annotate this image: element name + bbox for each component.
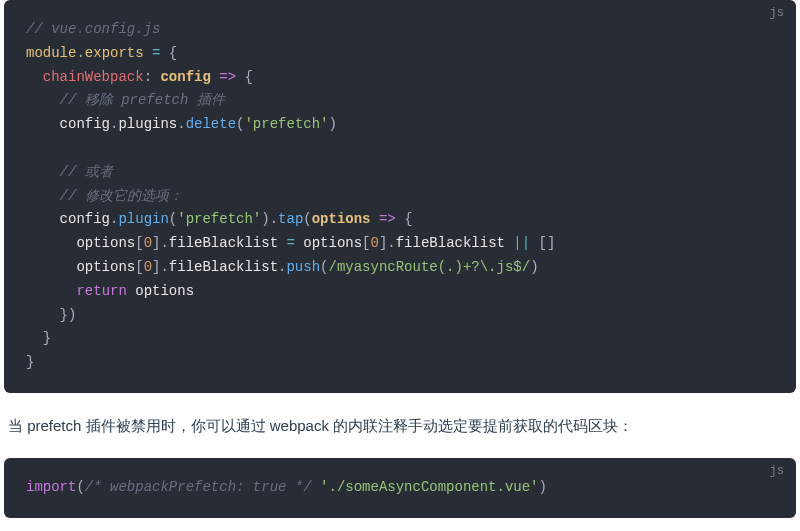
code-token: plugins [118,116,177,132]
code-block-1: js // vue.config.js module.exports = { c… [4,0,796,393]
code-token: options [26,235,135,251]
code-token: fileBlacklist [169,259,278,275]
code-token: ( [76,479,84,495]
code-token: import [26,479,76,495]
code-token: ]. [152,259,169,275]
code-token: => [219,69,236,85]
code-token [312,479,320,495]
code-token: // vue.config.js [26,21,160,37]
code-token [26,330,43,346]
code-token: return [76,283,126,299]
code-token: 'prefetch' [177,211,261,227]
code-token: = [286,235,294,251]
code-token: push [286,259,320,275]
code-token: /* webpackPrefetch: true */ [85,479,312,495]
code-token: fileBlacklist [169,235,287,251]
code-token: => [379,211,396,227]
code-token: }) [60,307,77,323]
code-token: ]. [152,235,169,251]
code-token: plugin [118,211,168,227]
code-token [26,188,60,204]
code-token: // 移除 prefetch 插件 [60,92,225,108]
code-token: [ [135,259,143,275]
code-token: delete [186,116,236,132]
code-token: { [404,211,412,227]
code-token [144,45,152,61]
code-token: . [76,45,84,61]
code-content-2[interactable]: import(/* webpackPrefetch: true */ './so… [26,476,774,500]
code-token: 0 [144,259,152,275]
code-token [26,283,76,299]
code-token: config [160,69,210,85]
code-token: ( [303,211,311,227]
code-token: // 或者 [60,164,113,180]
code-token: // 修改它的选项： [60,188,183,204]
code-token: 'prefetch' [244,116,328,132]
language-label: js [770,6,784,20]
code-token: options [312,211,371,227]
code-token: ]. [379,235,396,251]
code-token: chainWebpack [43,69,144,85]
prose-text: 当 prefetch 插件被禁用时，你可以通过 webpack 的内联注释手动选… [0,393,800,459]
language-label: js [770,464,784,478]
code-token: || [513,235,530,251]
code-token [530,235,538,251]
code-token: config [26,211,110,227]
code-token: [] [539,235,556,251]
code-token: module [26,45,76,61]
code-token: { [169,45,177,61]
code-token: './someAsyncComponent.vue' [320,479,538,495]
code-token: . [177,116,185,132]
code-content-1[interactable]: // vue.config.js module.exports = { chai… [26,18,774,375]
code-token: 0 [144,235,152,251]
code-token: ) [530,259,538,275]
code-token [26,69,43,85]
code-token [396,211,404,227]
code-token: : [144,69,152,85]
code-token: options [127,283,194,299]
code-token [26,307,60,323]
code-block-2: js import(/* webpackPrefetch: true */ '.… [4,458,796,518]
code-token: ) [539,479,547,495]
code-token: ) [328,116,336,132]
code-token: [ [135,235,143,251]
code-token: ). [261,211,278,227]
code-token [26,92,60,108]
code-token: config [26,116,110,132]
code-token: } [43,330,51,346]
code-token: options [295,235,362,251]
code-token: /myasyncRoute(.)+?\.js$/ [328,259,530,275]
code-token [371,211,379,227]
code-token [26,164,60,180]
code-token: [ [362,235,370,251]
code-token: } [26,354,34,370]
code-token: options [26,259,135,275]
code-token: ( [169,211,177,227]
code-token: fileBlacklist [396,235,514,251]
code-token: exports [85,45,144,61]
code-token: 0 [371,235,379,251]
code-token: tap [278,211,303,227]
code-token: { [245,69,253,85]
code-token [160,45,168,61]
code-token [236,69,244,85]
